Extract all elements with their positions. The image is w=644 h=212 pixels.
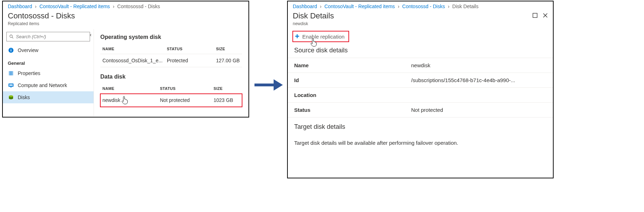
sidebar-item-label: Disks — [18, 94, 30, 100]
source-disk-heading: Source disk details — [288, 45, 553, 58]
breadcrumb-disks[interactable]: Contosossd - Disks — [402, 4, 445, 9]
kv-row-name: Name newdisk — [288, 58, 553, 73]
breadcrumb: Dashboard › ContosoVault - Replicated it… — [288, 1, 553, 11]
breadcrumb-current: Disk Details — [452, 4, 478, 9]
content-area: Operating system disk NAME STATUS SIZE C… — [94, 29, 248, 116]
col-size[interactable]: SIZE — [214, 44, 242, 54]
page-subtitle: newdisk — [288, 21, 553, 29]
sidebar-item-disks[interactable]: Disks — [3, 91, 94, 103]
breadcrumb-dashboard[interactable]: Dashboard — [293, 4, 317, 9]
sidebar-item-label: Compute and Network — [18, 82, 67, 88]
col-status[interactable]: STATUS — [165, 44, 214, 54]
sidebar-item-overview[interactable]: Overview — [3, 44, 94, 56]
table-row-newdisk[interactable]: newdisk Not protected 1023 GB — [100, 94, 242, 107]
cell-status: Protected — [165, 54, 214, 67]
data-disk-table: NAME STATUS SIZE newdisk Not protecte — [100, 84, 242, 107]
col-name[interactable]: NAME — [100, 44, 165, 54]
col-status[interactable]: STATUS — [158, 84, 211, 94]
disk-details-blade: Dashboard › ContosoVault - Replicated it… — [287, 1, 554, 178]
restore-window-icon[interactable] — [532, 13, 538, 19]
cell-size: 1023 GB — [212, 94, 242, 107]
sidebar-item-label: Overview — [18, 47, 38, 53]
cell-status: Not protected — [158, 94, 211, 107]
svg-rect-9 — [9, 84, 13, 86]
chevron-right-icon: › — [35, 4, 37, 9]
kv-value: Not protected — [411, 107, 547, 113]
data-disk-heading: Data disk — [100, 74, 242, 80]
svg-marker-14 — [274, 79, 283, 91]
kv-key: Location — [294, 92, 411, 98]
page-title: Contosossd - Disks — [8, 11, 75, 21]
kv-value — [411, 92, 547, 98]
breadcrumb-dashboard[interactable]: Dashboard — [8, 4, 32, 9]
kv-row-status: Status Not protected — [288, 102, 553, 118]
properties-icon — [8, 70, 14, 76]
svg-rect-15 — [533, 13, 537, 17]
enable-replication-label: Enable replication — [302, 34, 345, 40]
info-icon — [8, 47, 14, 53]
disks-blade: Dashboard › ContosoVault - Replicated it… — [2, 1, 249, 118]
plus-icon: + — [295, 33, 299, 40]
target-disk-heading: Target disk details — [288, 118, 553, 134]
col-name[interactable]: NAME — [100, 84, 158, 94]
chevron-right-icon: › — [320, 4, 322, 9]
col-size[interactable]: SIZE — [212, 84, 242, 94]
kv-row-location: Location — [288, 87, 553, 102]
breadcrumb-vault[interactable]: ContosoVault - Replicated items — [39, 4, 110, 9]
table-row[interactable]: Contosossd_OsDisk_1_e... Protected 127.0… — [100, 54, 242, 67]
sidebar: « Overview General Properties — [3, 29, 94, 116]
kv-key: Name — [294, 62, 411, 68]
page-subtitle: Replicated items — [3, 21, 248, 29]
enable-replication-button[interactable]: + Enable replication — [293, 31, 349, 42]
close-icon[interactable] — [543, 13, 548, 19]
chevron-right-icon: › — [398, 4, 399, 9]
cursor-hand-icon — [121, 96, 128, 104]
svg-rect-6 — [11, 71, 12, 75]
cell-name: newdisk — [100, 94, 158, 107]
sidebar-item-properties[interactable]: Properties — [3, 67, 94, 79]
svg-rect-3 — [11, 50, 11, 52]
disks-icon — [8, 94, 14, 101]
search-input[interactable] — [6, 32, 90, 41]
breadcrumb: Dashboard › ContosoVault - Replicated it… — [3, 1, 248, 11]
chevron-right-icon: › — [448, 4, 449, 9]
breadcrumb-current: Contosossd - Disks — [117, 4, 160, 9]
cell-name: Contosossd_OsDisk_1_e... — [100, 54, 165, 67]
svg-point-12 — [9, 96, 13, 97]
breadcrumb-vault[interactable]: ContosoVault - Replicated items — [324, 4, 395, 9]
chevron-right-icon: › — [113, 4, 114, 9]
os-disk-table: NAME STATUS SIZE Contosossd_OsDisk_1_e..… — [100, 44, 242, 67]
kv-row-id: Id /subscriptions/155c4768-b71c-4e4b-a99… — [288, 73, 553, 87]
kv-value: /subscriptions/155c4768-b71c-4e4b-a990-.… — [411, 77, 547, 83]
compute-network-icon — [8, 82, 14, 88]
kv-key: Id — [294, 77, 411, 83]
target-disk-note: Target disk details will be available af… — [288, 134, 553, 151]
svg-rect-7 — [12, 71, 13, 75]
kv-key: Status — [294, 107, 411, 113]
svg-rect-13 — [254, 84, 274, 86]
cell-size: 127.00 GB — [214, 54, 242, 67]
sidebar-item-label: Properties — [18, 70, 40, 76]
svg-rect-10 — [10, 87, 12, 88]
sidebar-group-general: General — [3, 56, 94, 67]
arrow-icon — [254, 78, 283, 92]
kv-value: newdisk — [411, 62, 547, 68]
page-title: Disk Details — [293, 11, 334, 21]
os-disk-heading: Operating system disk — [100, 34, 242, 40]
svg-point-4 — [11, 48, 11, 49]
sidebar-item-compute-network[interactable]: Compute and Network — [3, 79, 94, 91]
svg-rect-5 — [9, 71, 10, 75]
